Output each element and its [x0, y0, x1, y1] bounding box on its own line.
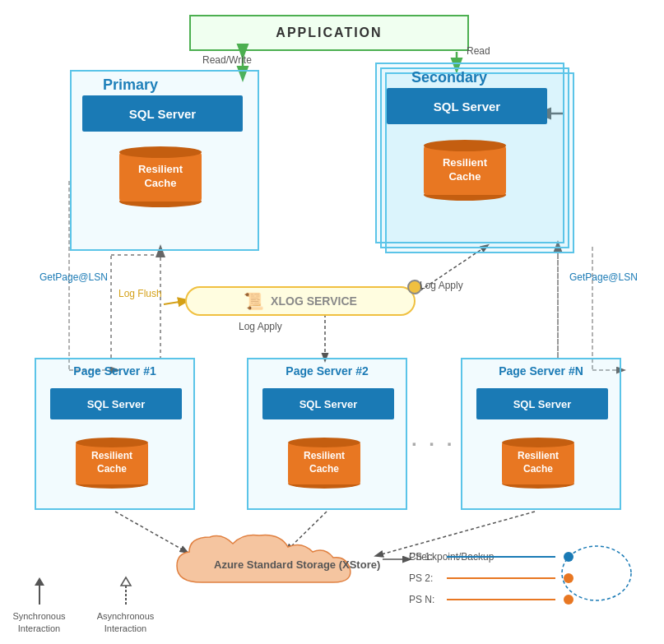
azure-storage: Azure Standard Storage (XStore)	[160, 529, 383, 595]
getpage-lsn-right-label: GetPage@LSN	[569, 271, 638, 283]
xlog-service-box: 📜 XLOG SERVICE	[185, 286, 416, 316]
ps2-storage-label: PS 2:	[409, 572, 442, 584]
application-label: APPLICATION	[276, 25, 382, 40]
psn-label: Page Server #N	[462, 359, 620, 378]
ps2-label: Page Server #2	[248, 359, 406, 378]
ps1-sql: SQL Server	[50, 388, 182, 419]
svg-text:Azure Standard Storage (XStore: Azure Standard Storage (XStore)	[214, 558, 380, 571]
ps2-storage-row: PS 2:	[409, 572, 573, 584]
application-box: APPLICATION	[189, 15, 469, 51]
page-server-n-container: Page Server #N SQL Server ResilientCache	[461, 358, 621, 510]
psn-storage-row: PS N:	[409, 594, 573, 605]
secondary-cache: ResilientCache	[424, 140, 506, 201]
sync-arrow-icon	[31, 576, 48, 609]
svg-point-22	[562, 546, 631, 600]
log-apply-ps-label: Log Apply	[239, 321, 282, 332]
read-write-label: Read/Write	[202, 54, 252, 66]
svg-marker-24	[35, 577, 44, 586]
page-server-1-container: Page Server #1 SQL Server ResilientCache	[35, 358, 195, 510]
primary-sql-server: SQL Server	[82, 95, 243, 132]
log-flush-label: Log Flush	[118, 288, 162, 299]
svg-line-14	[378, 512, 535, 555]
secondary-label: Secondary	[411, 69, 487, 86]
psn-storage-label: PS N:	[409, 594, 442, 605]
xlog-label: XLOG SERVICE	[271, 294, 357, 308]
psn-sql: SQL Server	[476, 388, 608, 419]
page-server-2-container: Page Server #2 SQL Server ResilientCache	[247, 358, 407, 510]
secondary-sql-server: SQL Server	[387, 88, 547, 124]
sync-legend-label: SynchronousInteraction	[12, 610, 65, 634]
ellipsis-label: . . .	[411, 428, 455, 451]
svg-line-9	[164, 301, 184, 304]
ps1-storage-row: PS 1:	[409, 551, 573, 563]
async-arrow-icon	[118, 576, 134, 609]
architecture-diagram: APPLICATION	[0, 0, 664, 644]
ps1-label: Page Server #1	[36, 359, 193, 378]
getpage-lsn-left-label: GetPage@LSN	[39, 271, 108, 283]
read-label: Read	[467, 45, 490, 57]
async-legend-label: AsynchronousInteraction	[97, 610, 155, 634]
svg-marker-26	[121, 577, 131, 586]
legend: SynchronousInteraction AsynchronousInter…	[8, 576, 156, 634]
log-apply-secondary-label: Log Apply	[420, 280, 463, 291]
ps2-sql: SQL Server	[262, 388, 394, 419]
primary-cache: ResilientCache	[119, 146, 202, 207]
psn-cache: ResilientCache	[502, 438, 574, 489]
storage-lines: PS 1: PS 2: PS N:	[409, 551, 573, 615]
ps1-cache: ResilientCache	[76, 438, 148, 489]
storage-dots-ellipse	[560, 543, 634, 605]
ps2-cache: ResilientCache	[288, 438, 360, 489]
ps1-storage-label: PS 1:	[409, 551, 442, 563]
sync-legend-item: SynchronousInteraction	[8, 576, 70, 634]
async-legend-item: AsynchronousInteraction	[95, 576, 156, 634]
